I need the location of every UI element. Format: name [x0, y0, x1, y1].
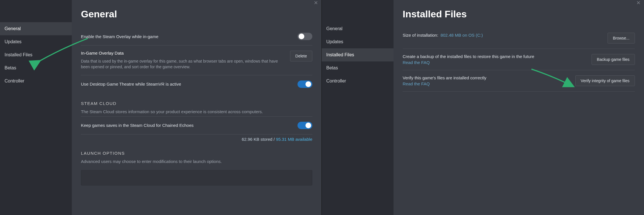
close-icon[interactable]: ✕ [636, 0, 641, 6]
sidebar-item-label: Betas [5, 65, 16, 70]
page-title: General [81, 9, 312, 20]
sidebar-item-label: Updates [5, 39, 22, 44]
sidebar-right: General Updates Installed Files Betas Co… [322, 0, 394, 215]
cloud-storage-line: 62.96 KB stored / 95.31 MB available [81, 134, 312, 143]
sidebar-item-updates[interactable]: Updates [0, 35, 72, 48]
row-install-size: Size of installation: 802.48 MB on OS (C… [403, 28, 635, 49]
sidebar-item-label: Updates [326, 39, 343, 44]
row-backup: Create a backup of the installed files t… [403, 49, 635, 70]
section-launch-options: LAUNCH OPTIONS [81, 151, 312, 156]
sidebar-item-installed-files[interactable]: Installed Files [0, 48, 72, 61]
toggle-knob-icon [299, 34, 304, 39]
desktop-theatre-toggle[interactable] [297, 80, 312, 88]
row-enable-overlay: Enable the Steam Overlay while in-game [81, 28, 312, 45]
backup-button[interactable]: Backup game files [592, 54, 635, 65]
sidebar-item-betas[interactable]: Betas [322, 61, 394, 75]
sidebar-item-controller[interactable]: Controller [0, 75, 72, 88]
row-keep-saves: Keep games saves in the Steam Cloud for … [81, 116, 312, 134]
enable-overlay-toggle[interactable] [297, 33, 312, 40]
sidebar-left: General Updates Installed Files Betas Co… [0, 0, 72, 215]
cloud-storage-stored: 62.96 KB stored / [242, 137, 276, 142]
keep-saves-label: Keep games saves in the Steam Cloud for … [81, 123, 193, 128]
cloud-storage-available[interactable]: 95.31 MB available [276, 137, 312, 142]
sidebar-item-label: Installed Files [5, 52, 32, 57]
steam-cloud-desc: The Steam Cloud stores information so yo… [81, 109, 312, 115]
sidebar-item-general[interactable]: General [0, 22, 72, 35]
backup-faq-link[interactable]: Read the FAQ [403, 60, 430, 65]
ingame-overlay-desc: Data that is used by the in-game overlay… [81, 58, 283, 70]
row-verify: Verify this game's files are installed c… [403, 70, 635, 92]
sidebar-item-label: Controller [326, 78, 346, 83]
sidebar-item-label: Installed Files [326, 52, 354, 57]
verify-text: Verify this game's files are installed c… [403, 75, 486, 80]
launch-options-input[interactable] [81, 170, 312, 185]
ingame-overlay-title: In-Game Overlay Data [81, 51, 283, 55]
content-general: General Enable the Steam Overlay while i… [72, 0, 321, 215]
delete-button[interactable]: Delete [290, 51, 312, 61]
sidebar-item-label: Controller [5, 78, 24, 83]
desktop-theatre-label: Use Desktop Game Theatre while SteamVR i… [81, 82, 181, 86]
close-icon[interactable]: ✕ [314, 0, 318, 6]
verify-faq-link[interactable]: Read the FAQ [403, 81, 430, 86]
row-desktop-theatre: Use Desktop Game Theatre while SteamVR i… [81, 75, 312, 93]
keep-saves-toggle[interactable] [297, 122, 312, 129]
page-title: Installed Files [403, 9, 635, 20]
section-steam-cloud: STEAM CLOUD [81, 101, 312, 106]
sidebar-item-controller[interactable]: Controller [322, 75, 394, 88]
install-size-prefix: Size of installation: [403, 33, 438, 38]
toggle-knob-icon [305, 81, 311, 87]
sidebar-item-betas[interactable]: Betas [0, 61, 72, 75]
install-location-link[interactable]: 802.48 MB on OS (C:) [441, 33, 483, 38]
enable-overlay-label: Enable the Steam Overlay while in-game [81, 34, 158, 39]
sidebar-item-label: Betas [326, 65, 338, 70]
browse-button[interactable]: Browse... [608, 33, 635, 44]
content-installed-files: Installed Files Size of installation: 80… [394, 0, 644, 215]
backup-text: Create a backup of the installed files t… [403, 54, 534, 59]
launch-options-desc: Advanced users may choose to enter modif… [81, 158, 312, 164]
toggle-knob-icon [305, 123, 311, 128]
verify-integrity-button[interactable]: Verify integrity of game files [575, 75, 635, 86]
sidebar-item-label: General [5, 26, 21, 31]
window-installed-files: ✕ General Updates Installed Files Betas … [322, 0, 644, 215]
sidebar-item-general[interactable]: General [322, 22, 394, 35]
row-ingame-overlay-data: In-Game Overlay Data Data that is used b… [81, 45, 312, 75]
sidebar-item-label: General [326, 26, 343, 31]
window-general: ✕ General Updates Installed Files Betas … [0, 0, 322, 215]
sidebar-item-updates[interactable]: Updates [322, 35, 394, 48]
sidebar-item-installed-files[interactable]: Installed Files [322, 48, 394, 61]
